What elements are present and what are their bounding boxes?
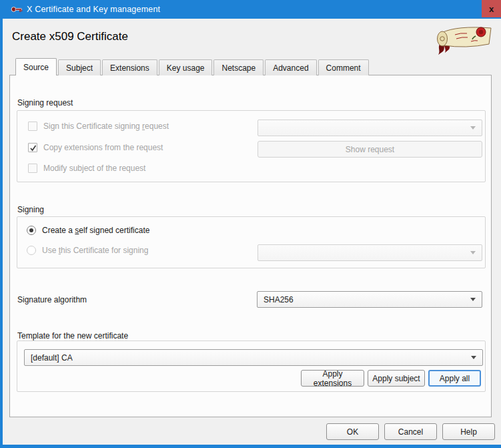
template-apply-buttons: Apply extensions Apply subject Apply all bbox=[301, 370, 481, 387]
signing-request-group-label: Signing request bbox=[17, 98, 73, 107]
dropdown-arrow-icon bbox=[470, 298, 476, 301]
copy-extensions-label: Copy extensions from the request bbox=[43, 143, 163, 152]
copy-extensions-checkbox[interactable] bbox=[28, 143, 37, 152]
use-certificate-radio[interactable] bbox=[27, 246, 36, 255]
csr-select-combo[interactable] bbox=[258, 120, 482, 136]
sign-csr-label: Sign this Certificate signing request bbox=[43, 122, 169, 131]
window-bottom-border bbox=[0, 445, 501, 448]
help-button[interactable]: Help bbox=[442, 423, 495, 440]
tab-comment[interactable]: Comment bbox=[318, 59, 369, 75]
apply-extensions-button[interactable]: Apply extensions bbox=[301, 370, 364, 387]
template-combo[interactable]: [default] CA bbox=[24, 349, 483, 366]
tab-key-usage[interactable]: Key usage bbox=[159, 59, 213, 75]
tab-netscape[interactable]: Netscape bbox=[213, 59, 264, 75]
tab-advanced[interactable]: Advanced bbox=[265, 59, 316, 75]
tab-bar: Source Subject Extensions Key usage Nets… bbox=[15, 58, 370, 75]
titlebar[interactable]: X Certificate and Key management x bbox=[0, 0, 501, 19]
self-signed-label: Create a self signed certificate bbox=[42, 226, 149, 235]
tab-source[interactable]: Source bbox=[15, 58, 57, 75]
dialog-button-box: OK Cancel Help bbox=[326, 423, 495, 440]
signature-algorithm-label: Signature algorithm bbox=[17, 295, 87, 304]
dropdown-arrow-icon bbox=[471, 356, 476, 359]
modify-subject-checkbox[interactable] bbox=[28, 164, 37, 173]
use-certificate-label: Use this Certificate for signing bbox=[42, 246, 148, 255]
dropdown-arrow-icon bbox=[470, 126, 476, 130]
page-title: Create x509 Certificate bbox=[12, 30, 128, 43]
signature-algorithm-combo[interactable]: SHA256 bbox=[257, 291, 482, 308]
check-icon bbox=[29, 144, 38, 153]
tab-subject[interactable]: Subject bbox=[58, 59, 101, 75]
cancel-button[interactable]: Cancel bbox=[384, 423, 437, 440]
window-left-border bbox=[0, 19, 3, 448]
self-signed-radio[interactable] bbox=[27, 226, 36, 235]
signer-certificate-combo[interactable] bbox=[258, 244, 482, 261]
window-title: X Certificate and Key management bbox=[27, 5, 160, 14]
xca-scroll-logo bbox=[434, 23, 494, 57]
source-tab-pane: Signing request Sign this Certificate si… bbox=[9, 75, 492, 417]
apply-subject-button[interactable]: Apply subject bbox=[368, 370, 425, 387]
close-button[interactable]: x bbox=[482, 0, 501, 17]
radio-dot bbox=[29, 228, 33, 232]
sign-csr-checkbox[interactable] bbox=[28, 122, 37, 131]
signing-group-label: Signing bbox=[17, 205, 44, 214]
xca-dialog-window: X Certificate and Key management x Creat… bbox=[0, 0, 501, 448]
template-value: [default] CA bbox=[31, 353, 73, 363]
template-group-label: Template for the new certificate bbox=[17, 331, 128, 341]
signing-request-group-box: Sign this Certificate signing request Co… bbox=[17, 110, 486, 182]
signature-algorithm-value: SHA256 bbox=[264, 295, 294, 304]
apply-all-button[interactable]: Apply all bbox=[428, 370, 481, 387]
ok-button[interactable]: OK bbox=[326, 423, 379, 440]
tab-extensions[interactable]: Extensions bbox=[102, 59, 157, 75]
show-request-button[interactable]: Show request bbox=[258, 141, 482, 158]
dropdown-arrow-icon bbox=[470, 251, 476, 254]
template-group-box: [default] CA Apply extensions Apply subj… bbox=[17, 341, 486, 392]
modify-subject-label: Modify subject of the request bbox=[43, 164, 145, 173]
signing-group-box: Create a self signed certificate Use thi… bbox=[17, 216, 486, 268]
app-icon bbox=[11, 5, 23, 14]
